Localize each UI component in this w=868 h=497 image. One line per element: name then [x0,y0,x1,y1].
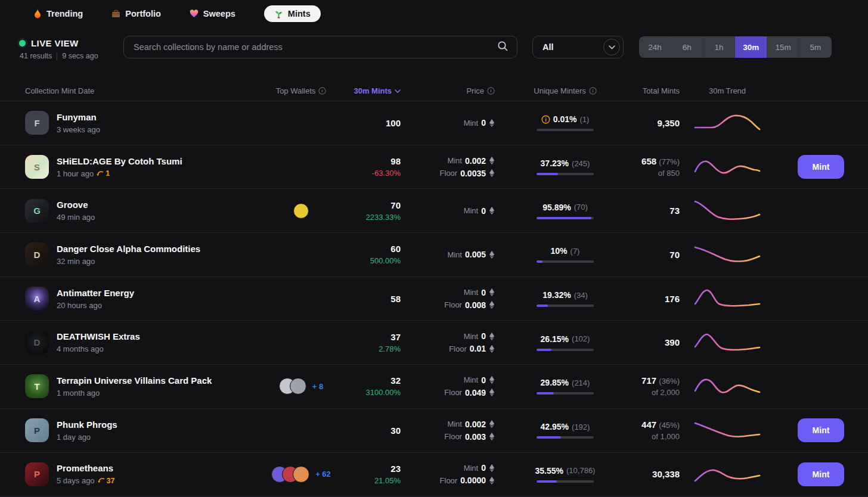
mint-button[interactable]: Mint [798,155,844,179]
collection-avatar: T [25,374,49,398]
tab-mints[interactable]: Mints [264,5,321,22]
time-filter-15m[interactable]: 15m [767,36,799,58]
minters-progress-bar [537,129,594,131]
unique-minters-pct: 29.85% [541,378,569,387]
eth-icon [489,464,495,473]
table-row[interactable]: S SHiELD:AGE By Cotoh Tsumi 1 hour ago 1… [0,145,868,190]
total-supply: of 850 [602,169,680,178]
unique-minters-count: (192) [572,423,590,431]
collection-age: 20 hours ago [57,301,102,310]
collection-age: 1 month ago [57,389,100,397]
mint-button[interactable]: Mint [798,418,844,442]
table-row[interactable]: T Terrapin Universe Villains Card Pack 1… [0,365,868,409]
category-dropdown[interactable]: All [532,36,624,58]
total-mints-value: 176 [602,294,680,304]
briefcase-icon [111,10,120,18]
floor-price: 0.049 [465,388,486,397]
eth-icon [489,156,495,165]
mints-change: 21.05% [331,476,401,485]
more-wallets-count[interactable]: + 62 [315,470,331,479]
collection-age: 4 months ago [57,344,104,353]
eth-icon [489,420,495,428]
time-filter-30m[interactable]: 30m [735,36,767,58]
mints-30m-value: 30 [331,425,401,436]
total-mints-value: 390 [602,337,680,347]
table-row[interactable]: D Danger Close Alpha Commodities 32 min … [0,233,868,277]
column-price[interactable]: Pricei [401,86,495,95]
reminder-badge: 1 [97,169,110,178]
eth-icon [489,388,495,397]
total-mints-value: 447 [641,420,656,430]
collection-age: 5 days ago [57,476,95,485]
total-mints-pct: (77%) [659,157,680,166]
info-icon: i [318,87,326,95]
eth-icon [489,476,495,485]
column-unique-minters[interactable]: Unique Mintersi [528,86,602,95]
mints-30m-value: 100 [331,118,401,128]
table-row[interactable]: G Groove 49 min ago 702233.33% Mint0 95.… [0,189,868,233]
collection-name: Danger Close Alpha Commodities [57,244,200,254]
curved-arrow-icon [97,170,104,177]
tab-sweeps[interactable]: Sweeps [190,5,235,22]
table-header: Collection Mint Date Top Walletsi 30m Mi… [0,81,868,101]
tab-label: Portfolio [125,9,161,18]
collection-name: SHiELD:AGE By Cotoh Tsumi [57,156,182,166]
minters-progress-bar [537,217,594,219]
total-mints-value: 70 [602,250,680,260]
top-wallet-avatars[interactable] [271,466,309,483]
mints-change: 3100.00% [331,388,401,397]
mint-price: 0.005 [465,250,486,259]
column-30m-mints-sort[interactable]: 30m Mints [331,86,401,95]
unique-minters-pct: 95.89% [542,203,571,212]
time-filter-5m[interactable]: 5m [799,36,832,58]
toolbar: LIVE VIEW 41 results 9 secs ago All 24h … [0,36,868,75]
time-filter-24h[interactable]: 24h [639,36,671,58]
collection-age: 1 day ago [57,433,91,442]
live-view-label: LIVE VIEW [31,38,78,48]
unique-minters-count: (214) [572,378,590,387]
minters-progress-bar [537,305,594,307]
wallet-avatar [290,378,306,395]
tab-trending[interactable]: Trending [33,5,83,23]
eth-icon [489,375,495,384]
table-row[interactable]: F Funyman 3 weeks ago 100 Mint0 i0.01%(1… [0,101,868,145]
top-wallet-avatars[interactable] [279,378,306,395]
minters-progress-bar [537,480,594,483]
search-input[interactable] [134,42,497,52]
trend-sparkline [680,330,775,356]
column-top-wallets[interactable]: Top Walletsi [271,86,331,95]
collection-name: Prometheans [57,463,115,473]
table-row[interactable]: D DEATHWISH Extras 4 months ago 372.78% … [0,321,868,365]
table-row[interactable]: P Phunk Phrogs 1 day ago 30 Mint0.002 Fl… [0,409,868,453]
mint-price: 0 [481,288,486,297]
mint-price: 0.002 [465,420,486,429]
mint-price: 0 [481,375,486,385]
total-supply: of 1,000 [602,432,680,441]
tab-portfolio[interactable]: Portfolio [111,5,161,22]
reminder-badge: 37 [98,477,115,485]
collection-name: Phunk Phrogs [57,420,117,430]
collection-avatar: S [25,155,49,179]
collection-avatar: P [25,462,49,486]
minters-progress-bar [537,436,594,439]
svg-text:i: i [491,88,492,94]
svg-text:i: i [322,88,323,94]
more-wallets-count[interactable]: + 8 [312,382,323,391]
table-row[interactable]: A Antimatter Energy 20 hours ago 58 Mint… [0,277,868,321]
collection-avatar: P [25,418,49,442]
divider [57,52,57,60]
eth-icon [489,332,495,341]
time-filter-1h[interactable]: 1h [703,36,736,58]
unique-minters-pct: 35.55% [535,466,563,476]
collection-avatar: D [25,243,49,266]
time-filter-6h[interactable]: 6h [671,36,703,58]
minters-progress-bar [537,349,594,351]
mint-price: 0 [481,118,486,128]
mint-button[interactable]: Mint [798,462,844,486]
trend-sparkline [680,461,775,487]
top-wallet-avatars[interactable] [293,203,309,219]
total-mints-value: 9,350 [602,118,680,128]
trend-sparkline [680,417,775,443]
mints-change: -63.30% [331,169,401,178]
table-row[interactable]: P Prometheans 5 days ago 37 + 62 2321.05… [0,453,868,497]
